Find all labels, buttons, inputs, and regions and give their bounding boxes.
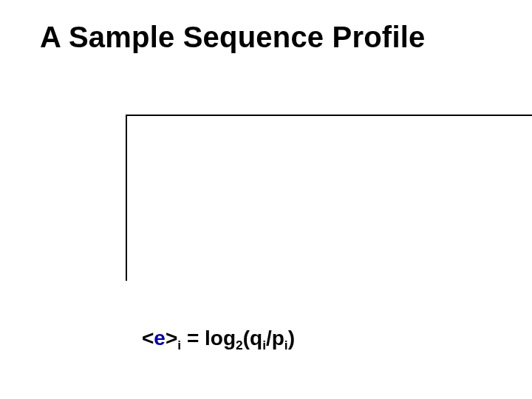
formula: <e>i = log2(qi/pi) xyxy=(142,327,295,350)
angle-close: > xyxy=(166,327,177,349)
slide: A Sample Sequence Profile <e>i = log2(qi… xyxy=(0,0,532,399)
subscript-i-q: i xyxy=(262,338,266,352)
open-paren-q: (q xyxy=(243,327,262,349)
epsilon-symbol: e xyxy=(154,327,166,349)
close-paren: ) xyxy=(288,327,295,349)
subscript-i-p: i xyxy=(284,338,288,352)
chart-frame xyxy=(126,115,532,281)
slash-p: /p xyxy=(266,327,284,349)
slide-title: A Sample Sequence Profile xyxy=(40,21,425,54)
equals-log: = log xyxy=(181,327,236,349)
subscript-i-left: i xyxy=(177,338,181,352)
subscript-2: 2 xyxy=(236,338,243,352)
angle-open: < xyxy=(142,327,154,349)
